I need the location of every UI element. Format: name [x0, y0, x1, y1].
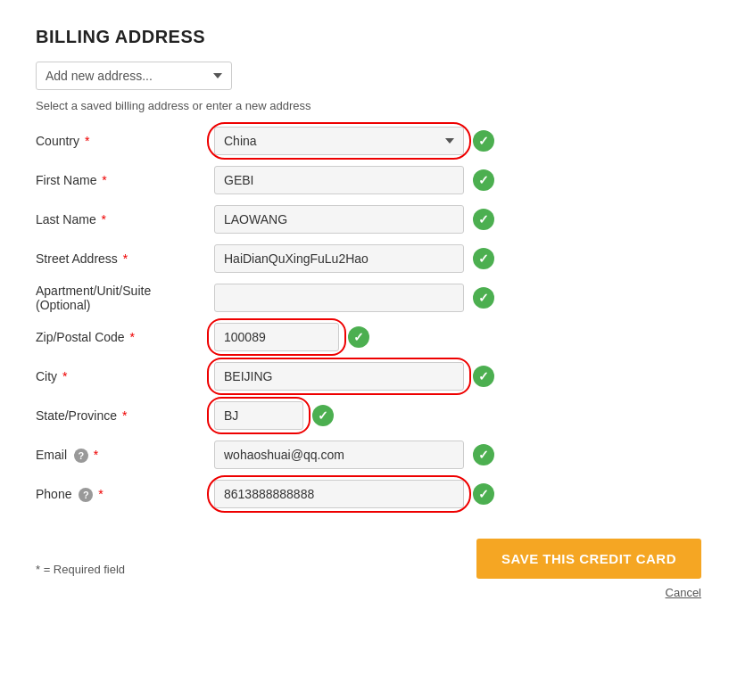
city-check-icon [473, 366, 494, 387]
phone-row: Phone ? * [36, 480, 701, 508]
country-select[interactable]: China [214, 127, 464, 155]
btn-cancel-wrapper: SAVE THIS CREDIT CARD Cancel [476, 539, 701, 599]
phone-field-wrapper [214, 480, 701, 508]
country-circle: China [214, 127, 464, 155]
first-name-label: First Name * [36, 173, 214, 187]
street-label: Street Address * [36, 251, 214, 266]
phone-label: Phone ? * [36, 487, 214, 502]
zip-input[interactable] [214, 323, 339, 351]
email-input[interactable] [214, 441, 464, 469]
street-input[interactable] [214, 244, 464, 273]
apt-input[interactable] [214, 284, 464, 312]
email-label: Email ? * [36, 448, 214, 463]
apt-check-icon [473, 287, 494, 309]
first-name-input[interactable] [214, 166, 464, 194]
subtitle: Select a saved billing address or enter … [36, 99, 701, 112]
zip-circle [214, 323, 339, 351]
state-input[interactable] [214, 401, 303, 430]
last-name-field-wrapper [214, 205, 701, 234]
state-row: State/Province * [36, 401, 701, 430]
page-title: BILLING ADDRESS [36, 27, 701, 47]
state-label: State/Province * [36, 408, 214, 423]
last-name-row: Last Name * [36, 205, 701, 234]
city-input[interactable] [214, 362, 464, 391]
last-name-check-icon [473, 209, 494, 230]
last-name-label: Last Name * [36, 212, 214, 226]
email-help-icon[interactable]: ? [74, 449, 88, 463]
country-row: Country * China [36, 127, 701, 155]
country-label: Country * [36, 134, 214, 148]
zip-field-wrapper [214, 323, 701, 351]
required-note: * = Required field [36, 563, 125, 576]
email-check-icon [473, 444, 494, 465]
street-row: Street Address * [36, 244, 701, 273]
city-field-wrapper [214, 362, 701, 391]
country-field-wrapper: China [214, 127, 701, 155]
phone-check-icon [473, 483, 494, 505]
street-check-icon [473, 248, 494, 269]
apt-label: Apartment/Unit/Suite (Optional) [36, 284, 214, 312]
cancel-link[interactable]: Cancel [666, 586, 701, 599]
phone-help-icon[interactable]: ? [79, 488, 93, 502]
footer: * = Required field SAVE THIS CREDIT CARD… [36, 530, 701, 599]
zip-label: Zip/Postal Code * [36, 330, 214, 344]
city-row: City * [36, 362, 701, 391]
required-star: * [81, 134, 89, 148]
email-row: Email ? * [36, 441, 701, 469]
phone-circle [214, 480, 464, 508]
state-circle [214, 401, 303, 430]
state-check-icon [312, 405, 334, 426]
first-name-check-icon [473, 169, 494, 191]
apt-row: Apartment/Unit/Suite (Optional) [36, 284, 701, 312]
first-name-row: First Name * [36, 166, 701, 194]
address-select-wrapper: Add new address... [36, 62, 701, 90]
first-name-field-wrapper [214, 166, 701, 194]
address-select[interactable]: Add new address... [36, 62, 232, 90]
state-field-wrapper [214, 401, 701, 430]
apt-field-wrapper [214, 284, 701, 312]
zip-row: Zip/Postal Code * [36, 323, 701, 351]
city-circle [214, 362, 464, 391]
phone-input[interactable] [214, 480, 464, 508]
city-label: City * [36, 369, 214, 383]
street-field-wrapper [214, 244, 701, 273]
email-field-wrapper [214, 441, 701, 469]
country-check-icon [473, 130, 494, 152]
save-button[interactable]: SAVE THIS CREDIT CARD [476, 539, 701, 579]
last-name-input[interactable] [214, 205, 464, 234]
zip-check-icon [348, 326, 369, 348]
